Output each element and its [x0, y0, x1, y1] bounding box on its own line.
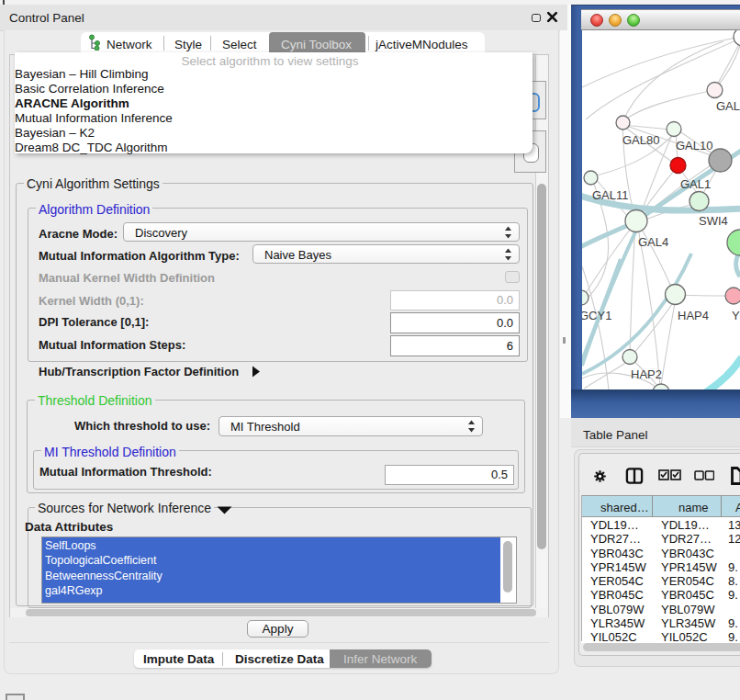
svg-text:GAL80: GAL80 — [622, 133, 659, 147]
svg-text:HAP4: HAP4 — [678, 309, 709, 322]
svg-text:Y: Y — [732, 309, 740, 322]
svg-text:GAL10: GAL10 — [676, 139, 712, 152]
svg-text:GCY1: GCY1 — [582, 309, 611, 322]
svg-text:GAL11: GAL11 — [592, 188, 629, 202]
svg-text:HAP2: HAP2 — [631, 367, 662, 381]
svg-text:SWI4: SWI4 — [699, 214, 728, 228]
svg-text:GAL4: GAL4 — [638, 235, 668, 249]
svg-text:GAL7: GAL7 — [716, 99, 740, 113]
svg-text:GAL1: GAL1 — [680, 177, 711, 191]
